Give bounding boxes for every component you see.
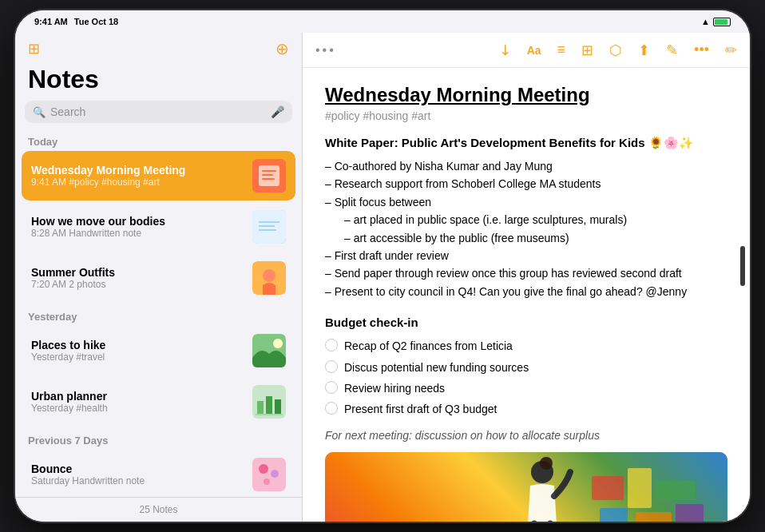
note-info-urban: Urban planner Yesterday #health (31, 390, 246, 414)
checklist-label-2: Discus potential new funding sources (344, 359, 529, 376)
svg-point-19 (259, 464, 268, 474)
sidebar-header: ⊞ ⊕ (15, 33, 302, 62)
side-button[interactable] (740, 246, 745, 286)
note-subtitle: 9:41 AM #policy #housing #art (31, 177, 246, 188)
checklist-label-3: Review hiring needs (344, 379, 445, 397)
search-icon: 🔍 (33, 106, 46, 118)
edit-icon[interactable]: ✏ (725, 42, 737, 59)
sidebar: ⊞ ⊕ Notes 🔍 Search 🎤 Today Wednesday Mor… (15, 33, 303, 522)
ipad-frame: 9:41 AM Tue Oct 18 ▲ ⊞ ⊕ Notes 🔍 (15, 10, 750, 522)
note-title-bounce: Bounce (31, 463, 246, 475)
note-thumb-summer (252, 261, 286, 295)
mural-strokes (584, 460, 711, 522)
checklist-item-3: Review hiring needs (325, 379, 727, 397)
svg-rect-14 (257, 401, 264, 414)
toolbar: ••• ↖ Aa ≡ ⊞ ⬡ ⬆ ✎ ••• ✏ (303, 33, 750, 68)
note-thumb-wed (252, 159, 286, 193)
svg-rect-31 (636, 512, 672, 522)
svg-point-10 (263, 269, 275, 282)
note-title-urban: Urban planner (31, 390, 246, 403)
checklist-item-1: Recap of Q2 finances from Leticia (325, 337, 727, 355)
date-display: Tue Oct 18 (74, 17, 118, 26)
back-icon[interactable]: ↖ (494, 39, 515, 60)
format-icon[interactable]: Aa (527, 44, 541, 57)
share-icon[interactable]: ⬆ (638, 42, 650, 59)
toolbar-dots: ••• (315, 43, 336, 58)
note-thumb-bounce (252, 458, 286, 491)
sidebar-toggle-icon[interactable]: ⊞ (28, 40, 40, 58)
svg-point-12 (273, 339, 283, 348)
note-subtitle-bounce: Saturday Handwritten note (31, 475, 246, 486)
checklist-item-4: Present first draft of Q3 budget (325, 400, 727, 418)
note-sub-bullet-1: – art placed in public space (i.e. large… (344, 211, 727, 228)
note-item-summer-outfits[interactable]: Summer Outfits 7:20 AM 2 photos (22, 253, 295, 303)
check-circle-3[interactable] (325, 381, 338, 394)
svg-rect-17 (256, 414, 283, 415)
svg-rect-18 (252, 458, 286, 491)
note-subtitle-summer: 7:20 AM 2 photos (31, 279, 246, 290)
search-bar[interactable]: 🔍 Search 🎤 (25, 101, 292, 123)
section-today: Today (15, 129, 302, 151)
svg-rect-32 (676, 504, 704, 522)
note-thumb-urban (252, 385, 286, 419)
note-info-hike: Places to hike Yesterday #travel (31, 339, 246, 363)
mic-icon[interactable]: 🎤 (271, 105, 284, 118)
table-icon[interactable]: ⊞ (581, 42, 593, 59)
note-info: Wednesday Morning Meeting 9:41 AM #polic… (31, 164, 246, 188)
note-item-wed-meeting[interactable]: Wednesday Morning Meeting 9:41 AM #polic… (22, 151, 295, 200)
note-item-urban-planner[interactable]: Urban planner Yesterday #health (22, 377, 295, 427)
section-prev7days: Previous 7 Days (15, 428, 302, 450)
note-info-summer: Summer Outfits 7:20 AM 2 photos (31, 266, 246, 290)
note-thumb-hike (252, 334, 286, 367)
note-title-move: How we move our bodies (31, 215, 246, 228)
svg-rect-28 (628, 468, 652, 508)
note-title-hike: Places to hike (31, 339, 246, 351)
svg-point-21 (264, 478, 270, 485)
note-info-move: How we move our bodies 8:28 AM Handwritt… (31, 215, 246, 239)
camera-icon[interactable]: ⬡ (609, 42, 622, 59)
right-panel: ••• ↖ Aa ≡ ⊞ ⬡ ⬆ ✎ ••• ✏ Wednesday Morni… (303, 33, 750, 522)
note-title-summer: Summer Outfits (31, 266, 246, 279)
checklist-label-4: Present first draft of Q3 budget (344, 400, 497, 418)
checklist-item-2: Discus potential new funding sources (325, 359, 727, 376)
note-main-title: Wednesday Morning Meeting (325, 84, 727, 106)
person-silhouette (502, 452, 582, 522)
battery-fill (715, 19, 727, 25)
svg-point-20 (271, 470, 279, 478)
compose-icon[interactable]: ⊕ (275, 39, 289, 58)
section-yesterday: Yesterday (15, 304, 302, 326)
note-subtitle-move: 8:28 AM Handwritten note (31, 228, 246, 239)
markup-icon[interactable]: ✎ (666, 42, 678, 59)
note-item-move-bodies[interactable]: How we move our bodies 8:28 AM Handwritt… (22, 202, 295, 252)
notes-count: 25 Notes (139, 504, 177, 515)
svg-rect-16 (275, 399, 281, 414)
checklist-title: Budget check-in (325, 313, 727, 332)
note-bullet-4: – First draft under review (325, 247, 727, 264)
sidebar-title: Notes (15, 62, 302, 101)
sidebar-scroll[interactable]: Today Wednesday Morning Meeting 9:41 AM … (15, 129, 302, 497)
svg-rect-15 (266, 396, 272, 414)
check-circle-4[interactable] (325, 402, 338, 415)
note-bullet-5: – Send paper through review once this gr… (325, 264, 727, 282)
toolbar-center: ↖ Aa ≡ ⊞ ⬡ ⬆ ✎ ••• ✏ (499, 42, 737, 59)
note-subtitle-urban: Yesterday #health (31, 403, 246, 414)
content-area: ⊞ ⊕ Notes 🔍 Search 🎤 Today Wednesday Mor… (15, 33, 750, 522)
note-body: White Paper: Public Art's Development Be… (325, 133, 727, 522)
battery-display (713, 18, 731, 26)
note-title: Wednesday Morning Meeting (31, 164, 246, 177)
svg-rect-4 (262, 178, 275, 180)
note-hashtags: #policy #housing #art (325, 109, 727, 122)
more-icon[interactable]: ••• (694, 42, 709, 58)
check-circle-2[interactable] (325, 360, 338, 373)
note-subtitle-hike: Yesterday #travel (31, 351, 246, 363)
check-circle-1[interactable] (325, 339, 338, 351)
note-content: Wednesday Morning Meeting #policy #housi… (303, 68, 750, 522)
note-bullet-3: – Split focus between (325, 193, 727, 211)
toolbar-left: ••• (315, 43, 336, 58)
note-item-bounce[interactable]: Bounce Saturday Handwritten note (22, 450, 295, 497)
svg-point-26 (540, 457, 553, 470)
checklist-label-1: Recap of Q2 finances from Leticia (344, 337, 513, 355)
list-icon[interactable]: ≡ (557, 42, 566, 58)
note-item-places-hike[interactable]: Places to hike Yesterday #travel (22, 326, 295, 375)
status-left: 9:41 AM Tue Oct 18 (34, 17, 118, 26)
